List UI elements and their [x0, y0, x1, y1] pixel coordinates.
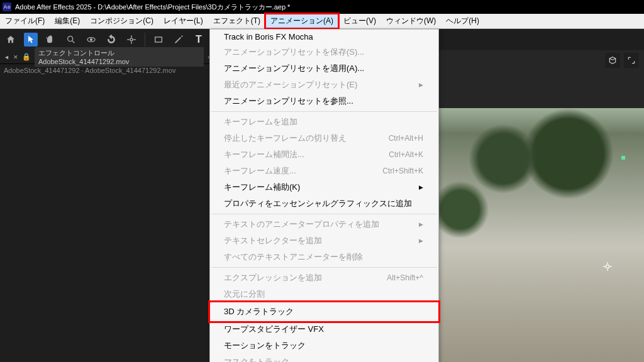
hand-tool-icon[interactable] [44, 33, 58, 47]
selection-tool-icon[interactable] [24, 33, 38, 47]
svg-point-3 [130, 38, 133, 41]
text-tool-icon[interactable]: T [192, 33, 206, 47]
menu-item-label: ワープスタビライザー VFX [224, 324, 324, 335]
submenu-arrow-icon: ▶ [419, 221, 423, 228]
menu-bar: ファイル(F) 編集(E) コンポジション(C) レイヤー(L) エフェクト(T… [0, 14, 644, 29]
menu-item-label: 停止したキーフレームの切り替え [224, 133, 347, 144]
menu-help[interactable]: ヘルプ(H) [441, 14, 484, 28]
menu-item: 最近のアニメーションプリセット(E)▶ [210, 77, 438, 93]
menu-item: マスクをトラック [210, 354, 438, 362]
menu-item[interactable]: Track in Boris FX Mocha [210, 30, 438, 44]
menu-item-label: 3D カメラトラック [224, 306, 294, 317]
left-panel: ◄ ✕ 🔒 エフェクトコントロール AdobeStock_414471292.m… [0, 50, 211, 362]
menu-item-label: アニメーションプリセットを保存(S)... [224, 47, 364, 58]
menu-item[interactable]: 3D カメラトラック [210, 302, 438, 321]
animation-menu-dropdown: Track in Boris FX Mochaアニメーションプリセットを保存(S… [209, 29, 439, 362]
menu-item-label: キーフレーム速度... [224, 165, 296, 177]
draft3d-icon[interactable] [605, 53, 620, 68]
window-title-bar: Ae Adobe After Effects 2025 - D:\Adobe\A… [0, 0, 644, 14]
menu-item-label: テキストのアニメータープロパティを追加 [224, 219, 379, 230]
menu-item-shortcut: Ctrl+Shift+K [382, 167, 423, 175]
svg-point-2 [91, 39, 92, 41]
menu-item[interactable]: キーフレーム補助(K)▶ [210, 179, 438, 195]
app-icon: Ae [3, 3, 11, 11]
menu-file[interactable]: ファイル(F) [0, 14, 50, 28]
menu-item: アニメーションプリセットを保存(S)... [210, 44, 438, 60]
panel-prev-icon[interactable]: ◄ [4, 54, 9, 60]
anchor-tool-icon[interactable] [125, 33, 138, 47]
submenu-arrow-icon: ▶ [419, 238, 423, 244]
expand-icon[interactable] [624, 53, 639, 68]
menu-item-label: アニメーションプリセットを参照... [224, 96, 353, 107]
menu-item-label: 次元に分割 [224, 288, 265, 300]
menu-item: テキストセレクターを追加▶ [210, 233, 438, 249]
menu-item: 停止したキーフレームの切り替えCtrl+Alt+H [210, 130, 438, 146]
menu-item-label: プロパティをエッセンシャルグラフィックスに追加 [224, 198, 412, 209]
svg-rect-4 [155, 37, 162, 42]
menu-item-label: マスクをトラック [224, 356, 289, 362]
menu-item-label: モーションをトラック [224, 340, 306, 351]
pen-tool-icon[interactable] [172, 33, 186, 47]
menu-item-label: エクスプレッションを追加 [224, 272, 322, 283]
viewer-top-buttons [605, 53, 639, 68]
home-icon[interactable] [4, 33, 18, 47]
menu-separator [211, 214, 437, 214]
menu-item[interactable]: モーションをトラック [210, 337, 438, 354]
orbit-tool-icon[interactable] [84, 33, 98, 47]
menu-item-label: テキストセレクターを追加 [224, 235, 322, 246]
panel-breadcrumb: AdobeStock_414471292 · AdobeStock_414471… [0, 64, 211, 77]
svg-point-5 [606, 265, 609, 268]
menu-item[interactable]: プロパティをエッセンシャルグラフィックスに追加 [210, 195, 438, 212]
preview-image[interactable] [428, 108, 644, 362]
menu-comp[interactable]: コンポジション(C) [85, 14, 158, 28]
svg-point-0 [68, 36, 73, 41]
rotate-tool-icon[interactable] [104, 33, 118, 47]
menu-item: キーフレーム速度...Ctrl+Shift+K [210, 163, 438, 179]
menu-item: キーフレームを追加 [210, 114, 438, 130]
menu-item-shortcut: Ctrl+Alt+H [389, 134, 423, 143]
submenu-arrow-icon: ▶ [419, 82, 423, 88]
menu-item: 次元に分割 [210, 286, 438, 302]
menu-item: エクスプレッションを追加Alt+Shift+^ [210, 270, 438, 286]
menu-item-label: アニメーションプリセットを適用(A)... [224, 63, 364, 74]
panel-close-icon[interactable]: ✕ [13, 54, 18, 60]
menu-item: すべてのテキストアニメーターを削除 [210, 249, 438, 265]
zoom-tool-icon[interactable] [64, 33, 78, 47]
submenu-arrow-icon: ▶ [419, 184, 423, 190]
tool-separator [145, 33, 145, 47]
menu-item: テキストのアニメータープロパティを追加▶ [210, 216, 438, 233]
menu-item[interactable]: アニメーションプリセットを参照... [210, 93, 438, 109]
lock-icon[interactable]: 🔒 [22, 53, 31, 61]
menu-edit[interactable]: 編集(E) [50, 14, 85, 28]
rect-tool-icon[interactable] [152, 33, 165, 47]
menu-item[interactable]: ワープスタビライザー VFX [210, 321, 438, 337]
menu-item-label: Track in Boris FX Mocha [224, 32, 313, 41]
panel-tab-strip: ◄ ✕ 🔒 エフェクトコントロール AdobeStock_414471292.m… [0, 50, 211, 64]
menu-item-label: キーフレームを追加 [224, 116, 297, 128]
menu-item-shortcut: Ctrl+Alt+K [389, 150, 423, 159]
menu-item[interactable]: アニメーションプリセットを適用(A)... [210, 60, 438, 77]
menu-view[interactable]: ビュー(V) [338, 14, 381, 28]
window-title: Adobe After Effects 2025 - D:\Adobe\Afte… [15, 3, 290, 12]
track-point-marker [621, 156, 625, 160]
menu-item-label: キーフレーム補助(K) [224, 182, 300, 193]
menu-item: キーフレーム補間法...Ctrl+Alt+K [210, 146, 438, 163]
menu-separator [211, 267, 437, 268]
menu-separator [211, 111, 437, 112]
menu-item-label: キーフレーム補間法... [224, 149, 304, 160]
menu-animation[interactable]: アニメーション(A) [265, 14, 338, 28]
menu-item-label: すべてのテキストアニメーターを削除 [224, 251, 363, 263]
menu-window[interactable]: ウィンドウ(W) [381, 14, 441, 28]
menu-item-label: 最近のアニメーションプリセット(E) [224, 79, 357, 90]
menu-item-shortcut: Alt+Shift+^ [387, 273, 423, 282]
track-target-icon[interactable] [602, 261, 613, 272]
menu-layer[interactable]: レイヤー(L) [158, 14, 208, 28]
menu-effect[interactable]: エフェクト(T) [208, 14, 265, 28]
